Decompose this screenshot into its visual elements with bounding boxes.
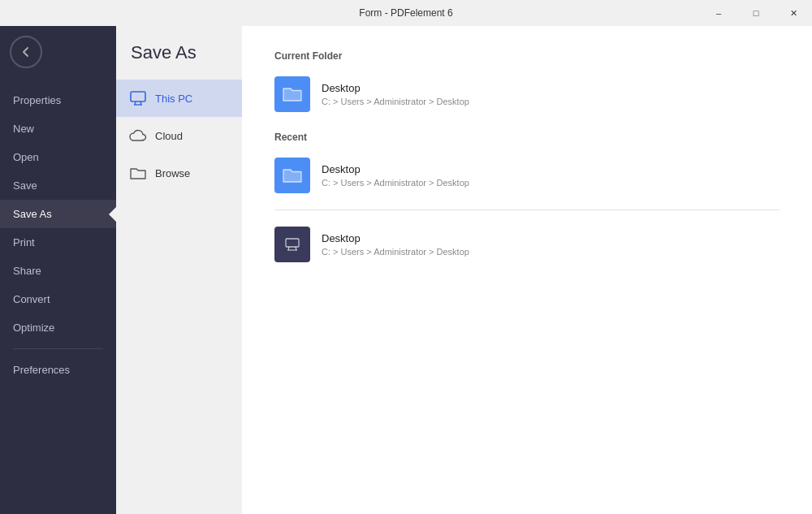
back-circle bbox=[10, 36, 42, 68]
sidebar-item-preferences[interactable]: Preferences bbox=[0, 356, 116, 384]
title-bar: Form - PDFelement 6 – □ ✕ bbox=[0, 0, 812, 26]
recent-item-1-info: Desktop C: > Users > Administrator > Des… bbox=[322, 232, 469, 257]
current-folder-icon bbox=[274, 76, 310, 112]
sidebar-divider bbox=[13, 348, 103, 349]
middle-item-cloud-label: Cloud bbox=[155, 130, 183, 142]
current-folder-label: Current Folder bbox=[274, 50, 780, 62]
sidebar-item-optimize[interactable]: Optimize bbox=[0, 313, 116, 342]
middle-item-browse-label: Browse bbox=[155, 167, 190, 179]
svg-rect-4 bbox=[286, 239, 299, 247]
current-folder-item[interactable]: Desktop C: > Users > Administrator > Des… bbox=[274, 71, 780, 117]
recent-item-1-icon bbox=[274, 227, 310, 262]
recent-item-0-path: C: > Users > Administrator > Desktop bbox=[322, 178, 469, 188]
middle-item-cloud[interactable]: Cloud bbox=[116, 117, 242, 154]
recent-item-0-icon bbox=[274, 158, 310, 193]
recent-label: Recent bbox=[274, 132, 780, 143]
recent-divider bbox=[274, 209, 780, 210]
maximize-button[interactable]: □ bbox=[737, 0, 775, 26]
minimize-button[interactable]: – bbox=[700, 0, 737, 26]
middle-title: Save As bbox=[116, 26, 242, 80]
current-folder-path: C: > Users > Administrator > Desktop bbox=[322, 97, 469, 106]
middle-panel: Save As This PC Cloud bbox=[116, 26, 242, 514]
middle-item-this-pc-label: This PC bbox=[155, 93, 192, 105]
recent-item-1-name: Desktop bbox=[322, 232, 469, 244]
current-folder-name: Desktop bbox=[322, 82, 469, 94]
cloud-icon bbox=[129, 127, 147, 145]
main-content: Current Folder Desktop C: > Users > Admi… bbox=[242, 26, 812, 514]
middle-item-browse[interactable]: Browse bbox=[116, 154, 242, 192]
recent-item-0-info: Desktop C: > Users > Administrator > Des… bbox=[322, 163, 469, 188]
sidebar-item-open[interactable]: Open bbox=[0, 143, 116, 171]
middle-item-this-pc[interactable]: This PC bbox=[116, 80, 242, 117]
app-body: Properties New Open Save Save As Print S… bbox=[0, 26, 812, 514]
back-button[interactable] bbox=[3, 29, 49, 75]
sidebar-item-properties[interactable]: Properties bbox=[0, 86, 116, 114]
recent-item-1[interactable]: Desktop C: > Users > Administrator > Des… bbox=[274, 222, 780, 267]
sidebar-item-new[interactable]: New bbox=[0, 114, 116, 143]
recent-item-0-name: Desktop bbox=[322, 163, 469, 175]
sidebar-item-share[interactable]: Share bbox=[0, 257, 116, 285]
sidebar-item-print[interactable]: Print bbox=[0, 228, 116, 257]
svg-rect-0 bbox=[131, 92, 145, 102]
monitor-icon bbox=[129, 89, 147, 107]
window-controls: – □ ✕ bbox=[700, 0, 812, 26]
sidebar: Properties New Open Save Save As Print S… bbox=[0, 26, 116, 514]
folder-open-icon bbox=[129, 164, 147, 182]
current-folder-info: Desktop C: > Users > Administrator > Des… bbox=[322, 82, 469, 106]
sidebar-item-save-as[interactable]: Save As bbox=[0, 200, 116, 228]
window-title: Form - PDFelement 6 bbox=[359, 7, 452, 19]
close-button[interactable]: ✕ bbox=[775, 0, 812, 26]
recent-item-1-path: C: > Users > Administrator > Desktop bbox=[322, 247, 469, 257]
sidebar-item-convert[interactable]: Convert bbox=[0, 285, 116, 313]
sidebar-item-save[interactable]: Save bbox=[0, 171, 116, 200]
back-icon bbox=[20, 46, 32, 58]
sidebar-nav: Properties New Open Save Save As Print S… bbox=[0, 78, 116, 514]
recent-item-0[interactable]: Desktop C: > Users > Administrator > Des… bbox=[274, 153, 780, 198]
